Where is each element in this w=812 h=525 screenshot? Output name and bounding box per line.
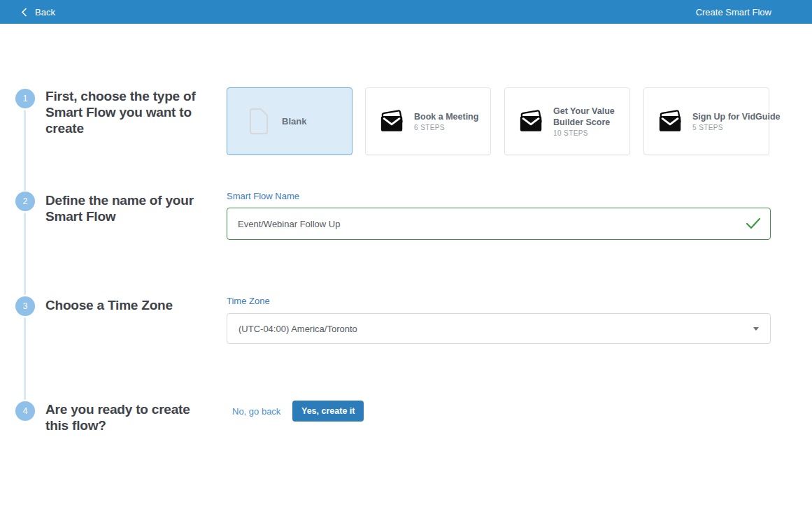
step-3-badge: 3 — [15, 296, 35, 316]
card-title: Get Your Value Builder Score — [553, 106, 620, 128]
flow-type-card-value-builder-score[interactable]: Get Your Value Builder Score 10 STEPS — [504, 87, 630, 155]
chevron-down-icon — [753, 327, 759, 331]
card-title: Blank — [282, 116, 306, 127]
step-connector — [24, 317, 26, 400]
card-step-count: 10 STEPS — [553, 129, 620, 137]
card-step-count: 6 STEPS — [414, 124, 478, 131]
step-1-heading: First, choose the type of Smart Flow you… — [45, 88, 213, 136]
card-title: Sign Up for VidGuide — [692, 111, 780, 122]
create-smart-flow-screen: Back Create Smart Flow 1 2 3 4 First, ch… — [0, 0, 812, 525]
time-zone-value: (UTC-04:00) America/Toronto — [238, 324, 357, 334]
step-2-badge: 2 — [15, 192, 35, 211]
smart-flow-name-input[interactable] — [227, 208, 771, 240]
step-4-heading: Are you ready to create this flow? — [45, 401, 213, 433]
step-1-badge: 1 — [15, 89, 35, 108]
flow-type-card-book-a-meeting[interactable]: Book a Meeting 6 STEPS — [365, 87, 491, 155]
envelope-stack-icon — [657, 110, 684, 133]
time-zone-select[interactable]: (UTC-04:00) America/Toronto — [227, 313, 771, 344]
flow-type-card-blank[interactable]: Blank — [227, 87, 352, 155]
card-content: Blank — [227, 108, 308, 135]
blank-document-icon — [248, 108, 269, 135]
time-zone-label: Time Zone — [227, 296, 270, 306]
smart-flow-name-label: Smart Flow Name — [227, 191, 299, 201]
step-2-heading: Define the name of your Smart Flow — [45, 192, 213, 224]
topbar: Back Create Smart Flow — [0, 0, 812, 24]
card-content: Book a Meeting 6 STEPS — [366, 110, 480, 133]
step-connector — [24, 213, 26, 295]
page-title: Create Smart Flow — [696, 7, 771, 17]
envelope-stack-icon — [379, 110, 406, 133]
back-button[interactable]: Back — [21, 7, 55, 17]
valid-checkmark-icon — [746, 217, 761, 230]
step-4-badge: 4 — [15, 401, 35, 421]
card-text: Get Your Value Builder Score 10 STEPS — [553, 106, 620, 137]
card-step-count: 5 STEPS — [692, 124, 780, 131]
card-text: Book a Meeting 6 STEPS — [414, 111, 478, 131]
card-text: Sign Up for VidGuide 5 STEPS — [692, 111, 780, 131]
card-title: Book a Meeting — [414, 111, 478, 122]
chevron-left-icon — [21, 8, 27, 17]
card-content: Sign Up for VidGuide 5 STEPS — [644, 110, 781, 133]
no-go-back-link[interactable]: No, go back — [232, 406, 280, 417]
back-label: Back — [35, 7, 55, 17]
card-content: Get Your Value Builder Score 10 STEPS — [505, 106, 622, 137]
flow-type-card-vidguide[interactable]: Sign Up for VidGuide 5 STEPS — [643, 87, 769, 155]
step-connector — [24, 110, 26, 191]
yes-create-it-button[interactable]: Yes, create it — [292, 401, 364, 422]
envelope-stack-icon — [518, 110, 545, 133]
step-3-heading: Choose a Time Zone — [45, 297, 213, 313]
